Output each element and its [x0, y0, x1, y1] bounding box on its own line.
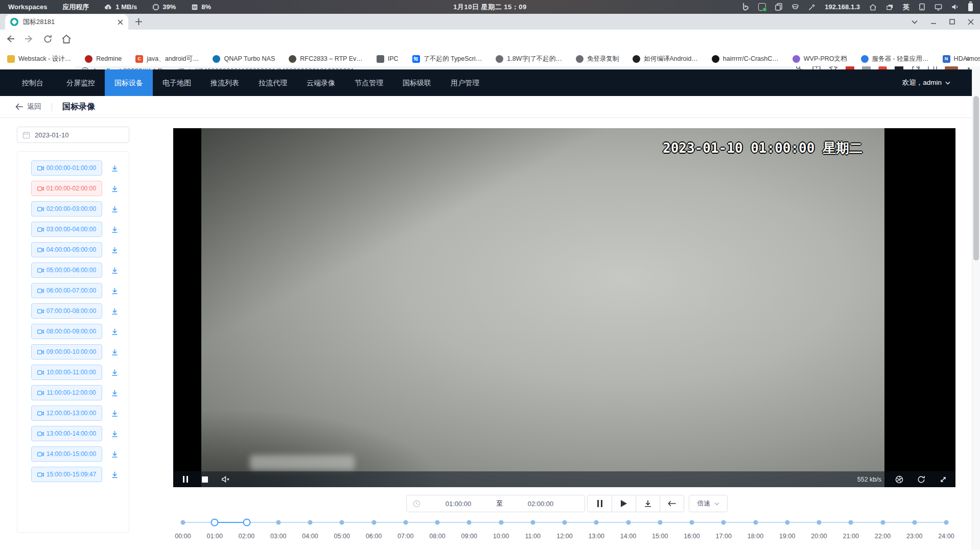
- timeline-dot[interactable]: [435, 520, 440, 525]
- clipboard-icon[interactable]: [775, 3, 782, 11]
- recording-segment-button[interactable]: 10:00:00-11:00:00: [31, 365, 102, 380]
- recording-segment-button[interactable]: 05:00:00-06:00:00: [31, 262, 102, 278]
- timeline-dot[interactable]: [817, 520, 822, 525]
- player-stop-icon[interactable]: [202, 476, 208, 483]
- display-icon[interactable]: [935, 4, 942, 11]
- window-minimize-icon[interactable]: [930, 19, 937, 25]
- recording-segment-button[interactable]: 08:00:00-09:00:00: [31, 324, 102, 339]
- timeline-dot[interactable]: [626, 520, 631, 525]
- new-tab-button[interactable]: [135, 18, 143, 26]
- window-switcher-icon[interactable]: [886, 4, 894, 11]
- nav-tab[interactable]: 拉流代理: [249, 69, 297, 96]
- bookmark-item[interactable]: 1.8W字|了不起的…: [496, 55, 562, 63]
- play-button[interactable]: [612, 495, 636, 512]
- reload-icon[interactable]: [43, 34, 53, 44]
- bookmark-item[interactable]: hairrrrr/C-CrashC…: [712, 55, 779, 63]
- recording-segment-button[interactable]: 12:00:00-13:00:00: [31, 405, 102, 421]
- timeline-dot[interactable]: [308, 520, 313, 525]
- download-icon[interactable]: [111, 185, 119, 193]
- download-icon[interactable]: [111, 450, 119, 458]
- workspaces-button[interactable]: Workspaces: [8, 3, 47, 11]
- timeline-dot[interactable]: [276, 520, 281, 525]
- recording-segment-button[interactable]: 15:00:00-15:09:47: [31, 467, 102, 482]
- bookmark-item[interactable]: QNAP Turbo NAS: [213, 55, 275, 63]
- input-method-indicator[interactable]: 英: [903, 3, 909, 12]
- end-time-input[interactable]: 02:00:00: [503, 500, 578, 508]
- bookmark-item[interactable]: 免登录复制: [576, 55, 619, 63]
- home-button-icon[interactable]: [61, 34, 72, 44]
- download-icon[interactable]: [111, 328, 119, 336]
- bookmark-item[interactable]: Webstack - 设计…: [7, 55, 71, 63]
- bing-tray-icon[interactable]: [742, 3, 749, 11]
- recording-segment-button[interactable]: 09:00:00-10:00:00: [31, 344, 102, 360]
- start-time-input[interactable]: 01:00:00: [421, 500, 496, 508]
- download-icon[interactable]: [111, 389, 119, 397]
- window-maximize-icon[interactable]: [949, 19, 955, 25]
- nav-tab[interactable]: 云端录像: [297, 69, 345, 96]
- timeline-dot[interactable]: [944, 520, 949, 525]
- timeline-dot[interactable]: [753, 520, 758, 525]
- bookmark-item[interactable]: 知 了不起的 TypeScri…: [412, 55, 482, 63]
- timeline-dot[interactable]: [912, 520, 917, 525]
- cpu-indicator[interactable]: 39%: [152, 3, 176, 11]
- timeline-dot[interactable]: [211, 519, 219, 527]
- tab-search-icon[interactable]: [912, 20, 918, 24]
- timeline-dot[interactable]: [594, 520, 599, 525]
- nav-tab[interactable]: 推流列表: [201, 69, 249, 96]
- download-icon[interactable]: [111, 205, 119, 213]
- recording-segment-button[interactable]: 01:00:00-02:00:00: [31, 181, 102, 196]
- timeline-dot[interactable]: [243, 519, 250, 527]
- download-icon[interactable]: [111, 410, 119, 417]
- download-icon[interactable]: [111, 369, 119, 376]
- download-icon[interactable]: [111, 430, 119, 438]
- timeline-dot[interactable]: [880, 520, 885, 525]
- refresh-icon[interactable]: [917, 475, 925, 484]
- app-indicator-icon[interactable]: [758, 3, 766, 11]
- recording-segment-button[interactable]: 11:00:00-12:00:00: [31, 385, 102, 400]
- recording-segment-button[interactable]: 14:00:00-15:00:00: [31, 446, 102, 462]
- download-icon[interactable]: [111, 471, 119, 479]
- timeline-dot[interactable]: [371, 520, 376, 525]
- snapshot-shutter-icon[interactable]: [895, 475, 903, 484]
- timeline-dot[interactable]: [658, 520, 662, 525]
- seek-back-button[interactable]: [660, 495, 684, 512]
- coffee-tray-icon[interactable]: [791, 4, 799, 11]
- download-icon[interactable]: [111, 287, 119, 295]
- battery-icon[interactable]: [968, 3, 973, 11]
- net-speed-indicator[interactable]: 1 MB/s: [104, 3, 137, 11]
- window-close-icon[interactable]: [968, 19, 974, 25]
- timeline-dot[interactable]: [340, 520, 344, 525]
- recording-segment-button[interactable]: 07:00:00-08:00:00: [31, 303, 102, 319]
- player-pause-icon[interactable]: [183, 476, 188, 483]
- page-scrollbar[interactable]: [972, 66, 980, 550]
- bookmark-item[interactable]: N HDAtmos :: 种子 *…: [943, 55, 980, 63]
- bookmark-item[interactable]: IPC: [377, 55, 399, 63]
- ip-address[interactable]: 192.168.1.3: [825, 3, 860, 11]
- nav-tab[interactable]: 国标设备: [105, 69, 153, 96]
- bookmark-item[interactable]: Redmine: [85, 55, 122, 63]
- video-player[interactable]: 2023-01-10 01:00:00 星期二 552 kb/s: [173, 128, 955, 487]
- bookmark-item[interactable]: WVP-PRO文档: [792, 55, 847, 63]
- nav-tab[interactable]: 用户管理: [441, 69, 489, 96]
- nav-tab[interactable]: 节点管理: [345, 69, 393, 96]
- download-icon[interactable]: [111, 226, 119, 233]
- download-icon[interactable]: [111, 164, 119, 172]
- timeline-dot[interactable]: [499, 520, 503, 525]
- recording-segment-button[interactable]: 02:00:00-03:00:00: [31, 201, 102, 217]
- bookmark-item[interactable]: C java、android可…: [135, 55, 199, 63]
- timeline-dot[interactable]: [530, 520, 535, 525]
- back-button[interactable]: 返回: [15, 102, 41, 111]
- nav-tab[interactable]: 分屏监控: [57, 69, 105, 96]
- download-button[interactable]: [636, 495, 660, 512]
- recording-segment-button[interactable]: 03:00:00-04:00:00: [31, 222, 102, 237]
- bookmark-item[interactable]: RFC2833 – RTP Ev…: [289, 55, 363, 63]
- timeline-dot[interactable]: [849, 520, 853, 525]
- forward-icon[interactable]: [24, 34, 34, 44]
- bookmark-item[interactable]: 服务器 - 轻量应用…: [861, 55, 929, 63]
- bookmark-item[interactable]: 如何编译Android…: [633, 55, 698, 63]
- speed-dropdown[interactable]: 倍速: [689, 495, 728, 512]
- applications-button[interactable]: 应用程序: [62, 3, 89, 12]
- timeline-dot[interactable]: [785, 520, 789, 525]
- time-range-picker[interactable]: 01:00:00 至 02:00:00: [406, 495, 585, 512]
- date-picker[interactable]: 2023-01-10: [17, 127, 129, 143]
